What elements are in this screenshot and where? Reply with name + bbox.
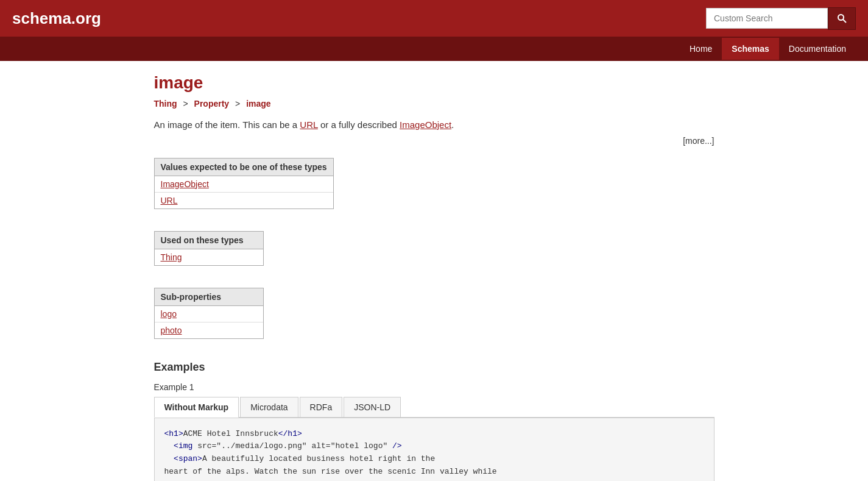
tab-without-markup[interactable]: Without Markup	[154, 397, 239, 418]
sub-prop-photo: photo	[155, 322, 263, 338]
header: schema.org	[0, 0, 868, 37]
search-button[interactable]	[828, 7, 856, 30]
info-boxes-row-1: Values expected to be one of these types…	[154, 158, 715, 219]
nav-item-schemas[interactable]: Schemas	[722, 38, 778, 60]
description-imageobject-link[interactable]: ImageObject	[400, 119, 451, 130]
main-content: image Thing > Property > image An image …	[142, 61, 727, 481]
values-table: Values expected to be one of these types…	[154, 158, 334, 209]
search-icon	[837, 13, 847, 23]
values-table-header: Values expected to be one of these types	[155, 159, 333, 176]
code-tag-img: <img	[174, 441, 192, 451]
url-link[interactable]: URL	[161, 196, 178, 205]
tab-microdata[interactable]: Microdata	[240, 397, 298, 417]
description-url-link[interactable]: URL	[300, 119, 317, 130]
search-area	[706, 7, 856, 30]
code-tag-span-open: <span>	[174, 454, 202, 463]
info-boxes-row-3: Sub-properties logo photo	[154, 288, 715, 349]
breadcrumb: Thing > Property > image	[154, 99, 715, 109]
example-1-label: Example 1	[154, 382, 715, 392]
search-input[interactable]	[706, 8, 828, 29]
nav-bar: Home Schemas Documentation	[0, 37, 868, 61]
tab-rdfa[interactable]: RDFa	[300, 397, 343, 417]
svg-line-1	[843, 20, 846, 23]
used-on-table-row-thing: Thing	[155, 249, 263, 265]
values-table-row-url: URL	[155, 193, 333, 208]
imageobject-link[interactable]: ImageObject	[161, 179, 209, 189]
code-text-hotel: ACME Hotel Innsbruck	[183, 429, 278, 438]
logo-link[interactable]: logo	[161, 309, 177, 319]
breadcrumb-sep-2: >	[235, 99, 240, 109]
code-block: <h1>ACME Hotel Innsbruck</h1> <img src="…	[154, 418, 715, 482]
nav-item-documentation[interactable]: Documentation	[779, 38, 856, 60]
examples-heading: Examples	[154, 361, 715, 374]
code-text-desc-1: A beautifully located business hotel rig…	[202, 454, 435, 463]
code-text-desc-2: heart of the alps. Watch the sun rise ov…	[164, 467, 497, 476]
breadcrumb-thing[interactable]: Thing	[154, 99, 177, 109]
description-end: .	[451, 119, 454, 130]
svg-point-0	[838, 15, 844, 20]
thing-link[interactable]: Thing	[161, 252, 182, 262]
info-boxes-row-2: Used on these types Thing	[154, 231, 715, 276]
description: An image of the item. This can be a URL …	[154, 118, 715, 132]
site-logo: schema.org	[12, 9, 101, 28]
breadcrumb-image[interactable]: image	[246, 99, 270, 109]
breadcrumb-sep-1: >	[183, 99, 188, 109]
used-on-table-header: Used on these types	[155, 232, 263, 249]
sub-prop-logo: logo	[155, 306, 263, 322]
description-text-2: or a fully described	[320, 119, 397, 130]
values-table-row-imageobject: ImageObject	[155, 176, 333, 193]
tab-json-ld[interactable]: JSON-LD	[344, 397, 401, 417]
page-title: image	[154, 73, 715, 93]
code-attr-src: src="../media/logo.png"	[197, 441, 306, 451]
used-on-table: Used on these types Thing	[154, 231, 264, 266]
example-tabs: Without Markup Microdata RDFa JSON-LD	[154, 397, 715, 418]
code-tag-h1-open: <h1>	[164, 429, 183, 438]
code-attr-alt: alt="hotel logo"	[311, 441, 387, 451]
code-tag-h1-close: </h1>	[278, 429, 302, 438]
sub-properties-table-header: Sub-properties	[155, 288, 263, 306]
photo-link[interactable]: photo	[161, 326, 182, 335]
more-link[interactable]: [more...]	[154, 136, 715, 146]
nav-item-home[interactable]: Home	[680, 38, 722, 60]
breadcrumb-property[interactable]: Property	[194, 99, 230, 109]
code-tag-img-close: />	[392, 441, 402, 451]
description-text-1: An image of the item. This can be a	[154, 119, 298, 130]
sub-properties-table: Sub-properties logo photo	[154, 288, 264, 339]
